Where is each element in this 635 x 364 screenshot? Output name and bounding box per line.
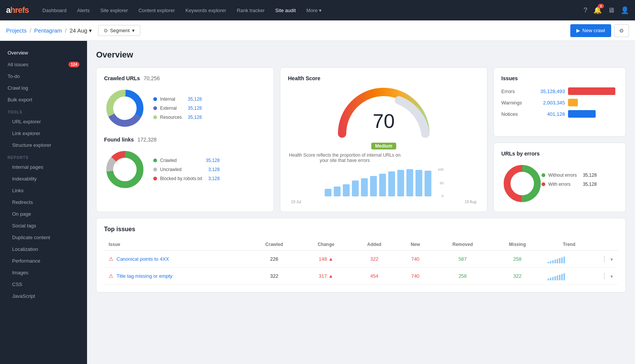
actions-cell-1: ⋮ ▾ [595, 250, 618, 268]
with-errors-value: 35,128 [583, 182, 597, 187]
errors-count[interactable]: 35,128,493 [531, 89, 565, 94]
sidebar-item-css[interactable]: CSS [0, 278, 87, 290]
sidebar-item-link-explorer[interactable]: Link explorer [0, 128, 87, 139]
table-row: ⚠ Canonical points to 4XX 226 148 ▲ 322 … [104, 250, 618, 268]
health-bar-chart: 100 50 0 [288, 168, 479, 204]
sidebar-item-redirects[interactable]: Redirects [0, 196, 87, 208]
change-cell-2: 317 ▲ [300, 268, 351, 285]
found-links-count: 172,328 [137, 137, 157, 143]
external-value[interactable]: 35,128 [188, 106, 202, 111]
settings-button[interactable]: ⚙ [614, 24, 629, 37]
screen-icon[interactable]: 🖥 [608, 6, 615, 14]
sidebar-item-bulk-export[interactable]: Bulk export [0, 94, 87, 106]
sidebar-item-javascript[interactable]: JavaScript [0, 290, 87, 302]
nav-icons: ? 🔔 2 🖥 👤 [584, 6, 629, 14]
logo[interactable]: ahrefs [6, 5, 29, 15]
issues-card: Issues Errors 35,128,493 Warnings 2,003,… [493, 67, 626, 137]
row-menu-2[interactable]: ⋮ [600, 273, 609, 279]
tools-section-title: TOOLS [0, 106, 87, 116]
sidebar-item-social-tags[interactable]: Social tags [0, 220, 87, 232]
project-link[interactable]: Pentagram [34, 27, 62, 34]
nav-keywords-explorer[interactable]: Keywords explorer [181, 5, 231, 16]
trend-bar [559, 275, 560, 280]
col-trend: Trend [543, 239, 595, 250]
nav-links: Dashboard Alerts Site explorer Content e… [38, 5, 584, 16]
top-cards-row: Crawled URLs 70,256 [96, 67, 626, 212]
page-title: Overview [96, 50, 626, 60]
warnings-row: Warnings 2,003,345 [501, 99, 618, 106]
sidebar-item-crawl-log[interactable]: Crawl log [0, 82, 87, 94]
layout: Overview All issues 124 To-do Crawl log … [0, 41, 635, 364]
trend-bar [552, 277, 554, 280]
row-menu-1[interactable]: ⋮ [600, 256, 609, 262]
issue-name-2[interactable]: Title tag missing or empty [117, 273, 173, 279]
crawled-dot [153, 159, 157, 162]
sidebar-item-duplicate-content[interactable]: Duplicate content [0, 232, 87, 243]
sidebar-item-on-page[interactable]: On page [0, 208, 87, 220]
col-change: Change [300, 239, 351, 250]
sidebar-item-links[interactable]: Links [0, 185, 87, 196]
sidebar-item-localization[interactable]: Localization [0, 243, 87, 255]
urls-by-errors-chart: Without errors 35,128 With errors 35,128 [501, 163, 618, 197]
warnings-count[interactable]: 2,003,345 [531, 100, 565, 106]
trend-bar [550, 278, 551, 280]
sidebar-item-internal-pages[interactable]: Internal pages [0, 161, 87, 173]
new-crawl-button[interactable]: ▶ New crawl [570, 24, 611, 37]
nav-more[interactable]: More ▾ [302, 5, 327, 16]
segment-button[interactable]: ⊙ Segment ▾ [98, 25, 140, 36]
urls-by-errors-title: URLs by errors [501, 151, 540, 157]
nav-rank-tracker[interactable]: Rank tracker [232, 5, 269, 16]
internal-value[interactable]: 35,128 [188, 96, 202, 102]
nav-site-explorer[interactable]: Site explorer [96, 5, 132, 16]
sidebar-item-todo[interactable]: To-do [0, 70, 87, 82]
issue-name-1[interactable]: Canonical points to 4XX [117, 256, 169, 262]
resources-value[interactable]: 35,128 [188, 115, 202, 120]
expand-btn-1[interactable]: ▾ [610, 257, 613, 262]
trend-bar [557, 259, 558, 263]
sidebar-item-all-issues[interactable]: All issues 124 [0, 59, 87, 70]
chart-dates: 19 Jul 19 Aug [289, 200, 478, 204]
trend-bar [554, 260, 556, 263]
crawled-cell-2: 322 [248, 268, 300, 285]
crawled-urls-header: Crawled URLs 70,256 [104, 75, 266, 81]
errors-label: Errors [501, 89, 528, 94]
user-icon[interactable]: 👤 [621, 6, 629, 14]
missing-cell-2: 322 [492, 268, 543, 285]
issues-list: Errors 35,128,493 Warnings 2,003,345 [501, 87, 618, 118]
sidebar-item-performance[interactable]: Performance [0, 255, 87, 267]
trend-bar [554, 276, 556, 280]
help-icon[interactable]: ? [584, 6, 587, 14]
health-chart-svg: 100 50 0 [289, 168, 478, 198]
trend-cell-2 [543, 268, 595, 285]
nav-dashboard[interactable]: Dashboard [38, 5, 71, 16]
missing-cell-1: 258 [492, 250, 543, 268]
nav-alerts[interactable]: Alerts [73, 5, 94, 16]
notices-count[interactable]: 401,128 [531, 111, 565, 117]
trend-bar [559, 258, 560, 263]
uncrawled-value[interactable]: 3,128 [208, 167, 219, 172]
warnings-label: Warnings [501, 100, 528, 106]
crawled-urls-donut-svg [104, 87, 146, 129]
sidebar-item-overview[interactable]: Overview [0, 47, 87, 59]
sidebar-item-url-explorer[interactable]: URL explorer [0, 116, 87, 128]
found-links-chart: Crawled 35,128 Uncrawled 3,128 Blocked b… [104, 149, 266, 190]
issue-cell-1: ⚠ Canonical points to 4XX [104, 250, 248, 268]
notifications-icon[interactable]: 🔔 2 [593, 6, 602, 14]
blocked-value[interactable]: 3,128 [208, 176, 219, 181]
expand-btn-2[interactable]: ▾ [610, 274, 613, 279]
found-links-donut-svg [104, 149, 146, 190]
errors-row: Errors 35,128,493 [501, 87, 618, 95]
crawled-value[interactable]: 35,128 [206, 158, 220, 163]
projects-link[interactable]: Projects [6, 27, 26, 34]
sidebar-item-indexability[interactable]: Indexability [0, 173, 87, 185]
svg-rect-23 [406, 169, 413, 196]
nav-content-explorer[interactable]: Content explorer [134, 5, 179, 16]
sidebar-item-structure-explorer[interactable]: Structure explorer [0, 139, 87, 151]
svg-rect-22 [397, 170, 404, 196]
sidebar-item-images[interactable]: Images [0, 267, 87, 278]
chevron-down-icon: ▾ [319, 8, 322, 13]
date-selector[interactable]: 24 Aug ▾ [70, 27, 92, 34]
issues-title: Issues [501, 75, 518, 81]
nav-site-audit[interactable]: Site audit [271, 5, 300, 16]
internal-label: Internal [160, 96, 182, 102]
